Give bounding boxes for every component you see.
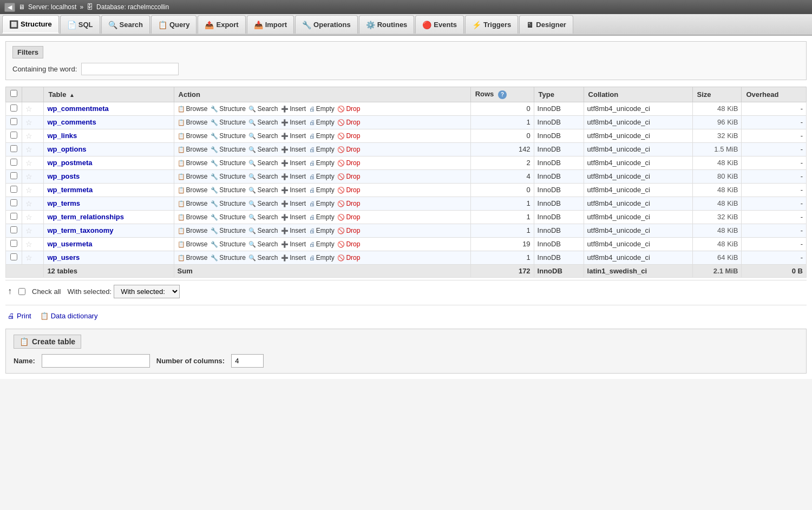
- browse-link[interactable]: 📋 Browse: [178, 105, 208, 113]
- row-checkbox[interactable]: [10, 132, 17, 139]
- drop-link[interactable]: 🚫 Drop: [337, 213, 360, 221]
- search-link[interactable]: 🔍 Search: [248, 159, 278, 167]
- drop-link[interactable]: 🚫 Drop: [337, 146, 360, 153]
- search-link[interactable]: 🔍 Search: [248, 186, 278, 194]
- browse-link[interactable]: 📋 Browse: [178, 213, 208, 221]
- drop-link[interactable]: 🚫 Drop: [337, 119, 360, 126]
- rows-help-icon[interactable]: ?: [498, 90, 507, 99]
- drop-link[interactable]: 🚫 Drop: [337, 254, 360, 261]
- star-icon[interactable]: ☆: [25, 199, 32, 208]
- table-name-link[interactable]: wp_posts: [47, 172, 80, 180]
- table-name-link[interactable]: wp_users: [47, 253, 80, 261]
- insert-link[interactable]: ➕ Insert: [281, 119, 306, 126]
- star-icon[interactable]: ☆: [25, 226, 32, 235]
- row-checkbox[interactable]: [10, 104, 17, 112]
- table-name-link[interactable]: wp_links: [47, 132, 77, 140]
- tab-query[interactable]: 📋 Query: [151, 15, 197, 34]
- structure-link[interactable]: 🔧 Structure: [211, 254, 246, 261]
- drop-link[interactable]: 🚫 Drop: [337, 132, 360, 140]
- table-name-link[interactable]: wp_options: [47, 145, 86, 153]
- with-selected-dropdown[interactable]: With selected: Browse Drop Empty Check T…: [114, 285, 180, 298]
- row-checkbox[interactable]: [10, 226, 17, 233]
- search-link[interactable]: 🔍 Search: [248, 105, 278, 113]
- star-icon[interactable]: ☆: [25, 240, 32, 249]
- insert-link[interactable]: ➕ Insert: [281, 186, 306, 194]
- table-name-link[interactable]: wp_commentmeta: [47, 104, 108, 113]
- structure-link[interactable]: 🔧 Structure: [211, 200, 246, 207]
- empty-link[interactable]: 🖨 Empty: [309, 119, 335, 126]
- bottom-check-all-checkbox[interactable]: [18, 288, 25, 295]
- drop-link[interactable]: 🚫 Drop: [337, 105, 360, 113]
- row-checkbox[interactable]: [10, 240, 17, 247]
- star-icon[interactable]: ☆: [25, 145, 32, 154]
- empty-link[interactable]: 🖨 Empty: [309, 186, 335, 194]
- check-all-button[interactable]: Check all: [32, 287, 61, 296]
- structure-link[interactable]: 🔧 Structure: [211, 146, 246, 153]
- browse-link[interactable]: 📋 Browse: [178, 186, 208, 194]
- empty-link[interactable]: 🖨 Empty: [309, 213, 335, 221]
- star-icon[interactable]: ☆: [25, 172, 32, 181]
- drop-link[interactable]: 🚫 Drop: [337, 200, 360, 207]
- filters-title[interactable]: Filters: [12, 46, 43, 58]
- empty-link[interactable]: 🖨 Empty: [309, 159, 335, 167]
- star-icon[interactable]: ☆: [25, 132, 32, 140]
- table-name-link[interactable]: wp_term_taxonomy: [47, 226, 113, 234]
- drop-link[interactable]: 🚫 Drop: [337, 159, 360, 167]
- browse-link[interactable]: 📋 Browse: [178, 240, 208, 248]
- search-link[interactable]: 🔍 Search: [248, 200, 278, 207]
- tab-designer[interactable]: 🖥 Designer: [519, 15, 573, 34]
- search-link[interactable]: 🔍 Search: [248, 227, 278, 234]
- row-checkbox[interactable]: [10, 186, 17, 193]
- search-link[interactable]: 🔍 Search: [248, 173, 278, 180]
- insert-link[interactable]: ➕ Insert: [281, 254, 306, 261]
- row-checkbox[interactable]: [10, 172, 17, 179]
- empty-link[interactable]: 🖨 Empty: [309, 146, 335, 153]
- drop-link[interactable]: 🚫 Drop: [337, 186, 360, 194]
- table-name-link[interactable]: wp_usermeta: [47, 240, 92, 248]
- filter-input[interactable]: [81, 63, 179, 75]
- structure-link[interactable]: 🔧 Structure: [211, 186, 246, 194]
- star-icon[interactable]: ☆: [25, 186, 32, 194]
- browse-link[interactable]: 📋 Browse: [178, 159, 208, 167]
- tab-export[interactable]: 📤 Export: [198, 15, 245, 34]
- tab-operations[interactable]: 🔧 Operations: [295, 15, 358, 34]
- create-name-input[interactable]: [42, 354, 150, 368]
- insert-link[interactable]: ➕ Insert: [281, 105, 306, 113]
- insert-link[interactable]: ➕ Insert: [281, 200, 306, 207]
- tab-events[interactable]: 🔴 Events: [415, 15, 464, 34]
- empty-link[interactable]: 🖨 Empty: [309, 132, 335, 140]
- insert-link[interactable]: ➕ Insert: [281, 146, 306, 153]
- data-dictionary-link[interactable]: 📋 Data dictionary: [40, 312, 98, 320]
- empty-link[interactable]: 🖨 Empty: [309, 173, 335, 180]
- search-link[interactable]: 🔍 Search: [248, 146, 278, 153]
- browse-link[interactable]: 📋 Browse: [178, 227, 208, 234]
- drop-link[interactable]: 🚫 Drop: [337, 240, 360, 248]
- tab-search[interactable]: 🔍 Search: [101, 15, 150, 34]
- row-checkbox[interactable]: [10, 253, 17, 260]
- empty-link[interactable]: 🖨 Empty: [309, 200, 335, 207]
- star-icon[interactable]: ☆: [25, 253, 32, 262]
- star-icon[interactable]: ☆: [25, 159, 32, 167]
- row-checkbox[interactable]: [10, 213, 17, 220]
- create-table-title[interactable]: 📋 Create table: [14, 335, 81, 349]
- star-icon[interactable]: ☆: [25, 213, 32, 221]
- back-button[interactable]: ◀: [4, 3, 15, 12]
- drop-link[interactable]: 🚫 Drop: [337, 173, 360, 180]
- browse-link[interactable]: 📋 Browse: [178, 254, 208, 261]
- empty-link[interactable]: 🖨 Empty: [309, 105, 335, 113]
- structure-link[interactable]: 🔧 Structure: [211, 240, 246, 248]
- search-link[interactable]: 🔍 Search: [248, 132, 278, 140]
- empty-link[interactable]: 🖨 Empty: [309, 240, 335, 248]
- row-checkbox[interactable]: [10, 159, 17, 166]
- star-icon[interactable]: ☆: [25, 118, 32, 127]
- print-link[interactable]: 🖨 Print: [8, 312, 31, 320]
- row-checkbox[interactable]: [10, 199, 17, 206]
- structure-link[interactable]: 🔧 Structure: [211, 213, 246, 221]
- browse-link[interactable]: 📋 Browse: [178, 173, 208, 180]
- row-checkbox[interactable]: [10, 145, 17, 152]
- insert-link[interactable]: ➕ Insert: [281, 173, 306, 180]
- table-name-link[interactable]: wp_comments: [47, 118, 96, 126]
- insert-link[interactable]: ➕ Insert: [281, 132, 306, 140]
- tab-routines[interactable]: ⚙️ Routines: [359, 15, 415, 34]
- browse-link[interactable]: 📋 Browse: [178, 119, 208, 126]
